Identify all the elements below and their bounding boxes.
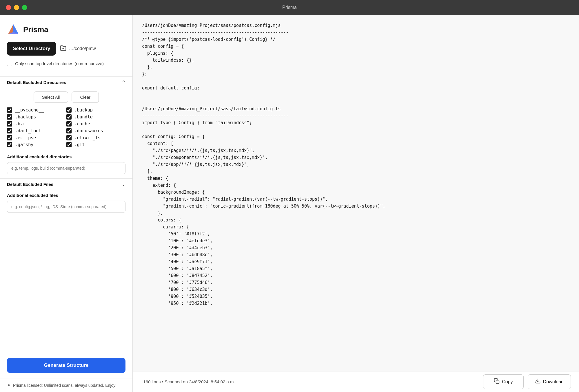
select-directory-button[interactable]: Select Directory <box>7 42 56 56</box>
recursive-label[interactable]: Only scan top-level directories (non-rec… <box>15 61 104 66</box>
close-button[interactable] <box>6 5 11 10</box>
code-area[interactable]: /Users/jonDoe/Amazing_Project/sass/postc… <box>133 15 579 371</box>
folder-icon <box>60 45 66 53</box>
footer-actions: Copy Download <box>483 374 571 389</box>
minimize-button[interactable] <box>14 5 19 10</box>
left-footer: ✦ Prisma licensed: Unlimited scans, alwa… <box>0 378 132 392</box>
titlebar: Prisma <box>0 0 579 15</box>
additional-dirs-section: Additional excluded directories <box>0 151 132 178</box>
checkbox-cache[interactable] <box>66 121 72 127</box>
dir-path-display: …/code/pmw <box>60 45 96 53</box>
checkbox-item-elixir-ls: .elixir_ls <box>66 135 126 140</box>
footer-license-text: Prisma licensed: Unlimited scans, always… <box>13 383 116 388</box>
app-body: Prisma Select Directory …/code/pmw <box>0 15 579 392</box>
select-all-button[interactable]: Select All <box>34 91 68 103</box>
current-dir-path: …/code/pmw <box>69 46 96 51</box>
additional-files-input[interactable] <box>7 201 125 213</box>
label-cache[interactable]: .cache <box>74 121 90 127</box>
label-elixir-ls[interactable]: .elixir_ls <box>74 135 101 140</box>
checkbox-item-backup: .backup <box>66 107 126 113</box>
svg-rect-4 <box>496 380 499 384</box>
checkbox-git[interactable] <box>66 142 72 147</box>
checkbox-item-cache: .cache <box>66 121 126 127</box>
checkbox-item-backups: .backups <box>7 114 66 120</box>
copy-button[interactable]: Copy <box>483 374 524 389</box>
checkbox-item-bundle: .bundle <box>66 114 126 120</box>
additional-files-section: Additional excluded files <box>0 190 132 217</box>
label-eclipse[interactable]: .eclipse <box>15 135 36 140</box>
right-panel: /Users/jonDoe/Amazing_Project/sass/postc… <box>133 15 579 392</box>
excluded-dirs-chevron-icon: ⌃ <box>122 80 125 85</box>
svg-rect-3 <box>63 48 64 49</box>
checkbox-item-git: .git <box>66 142 126 147</box>
checkbox-bzr[interactable] <box>7 121 12 127</box>
checkbox-item-bzr: .bzr <box>7 121 66 127</box>
left-panel: Prisma Select Directory …/code/pmw <box>0 15 133 392</box>
recursive-checkbox[interactable] <box>7 61 12 66</box>
excluded-dirs-section-header[interactable]: Default Excluded Directories ⌃ <box>0 76 132 88</box>
prisma-logo-icon <box>7 23 20 36</box>
code-content: /Users/jonDoe/Amazing_Project/sass/postc… <box>142 22 570 307</box>
generate-area: Generate Structure <box>0 354 132 378</box>
label-docusaurus[interactable]: .docusaurus <box>74 128 103 133</box>
additional-dirs-input[interactable] <box>7 162 125 174</box>
checkbox-item-docusaurus: .docusaurus <box>66 128 126 133</box>
checkbox-item-dart-tool: .dart_tool <box>7 128 66 133</box>
download-label: Download <box>543 379 564 384</box>
checkbox-gatsby[interactable] <box>7 142 12 147</box>
controls-area: Select Directory …/code/pmw Only scan to… <box>0 42 132 76</box>
label-bundle[interactable]: .bundle <box>74 114 93 120</box>
checkbox-bundle[interactable] <box>66 114 72 120</box>
checkbox-item-pycache: __pycache__ <box>7 107 66 113</box>
recursive-option-row: Only scan top-level directories (non-rec… <box>7 61 125 66</box>
label-backups[interactable]: .backups <box>15 114 36 120</box>
checkbox-pycache[interactable] <box>7 107 12 113</box>
window-controls <box>6 5 27 10</box>
additional-dirs-label: Additional excluded directories <box>7 154 125 159</box>
excluded-files-chevron-icon: ⌄ <box>122 182 125 187</box>
checkbox-docusaurus[interactable] <box>66 128 72 133</box>
checkbox-elixir-ls[interactable] <box>66 135 72 140</box>
excluded-dirs-checkboxes: __pycache__ .backup .backups .bundle .bz… <box>0 106 132 151</box>
action-buttons-row: Select All Clear <box>0 88 132 106</box>
label-dart-tool[interactable]: .dart_tool <box>15 128 41 133</box>
label-pycache[interactable]: __pycache__ <box>15 107 44 113</box>
checkbox-eclipse[interactable] <box>7 135 12 140</box>
label-bzr[interactable]: .bzr <box>15 121 26 127</box>
download-button[interactable]: Download <box>528 374 571 389</box>
label-git[interactable]: .git <box>74 142 85 147</box>
checkbox-item-gatsby: .gatsby <box>7 142 66 147</box>
label-gatsby[interactable]: .gatsby <box>15 142 33 147</box>
copy-label: Copy <box>502 379 513 384</box>
star-icon: ✦ <box>7 382 11 388</box>
checkbox-backup[interactable] <box>66 107 72 113</box>
window-title: Prisma <box>282 5 297 10</box>
checkbox-backups[interactable] <box>7 114 12 120</box>
download-icon <box>535 378 541 385</box>
lines-info: 1160 lines • Scanned on 24/8/2024, 8:54:… <box>141 379 235 384</box>
excluded-files-section-header[interactable]: Default Excluded Files ⌄ <box>0 178 132 190</box>
generate-structure-button[interactable]: Generate Structure <box>7 358 125 373</box>
checkbox-dart-tool[interactable] <box>7 128 12 133</box>
clear-button[interactable]: Clear <box>72 91 99 103</box>
logo-area: Prisma <box>0 15 132 42</box>
excluded-dirs-title: Default Excluded Directories <box>7 80 66 85</box>
right-footer: 1160 lines • Scanned on 24/8/2024, 8:54:… <box>133 371 579 392</box>
logo-text: Prisma <box>23 25 48 34</box>
maximize-button[interactable] <box>22 5 27 10</box>
excluded-files-title: Default Excluded Files <box>7 182 53 187</box>
label-backup[interactable]: .backup <box>74 107 93 113</box>
additional-files-label: Additional excluded files <box>7 193 125 198</box>
checkbox-item-eclipse: .eclipse <box>7 135 66 140</box>
copy-icon <box>494 378 500 385</box>
select-dir-row: Select Directory …/code/pmw <box>7 42 125 56</box>
